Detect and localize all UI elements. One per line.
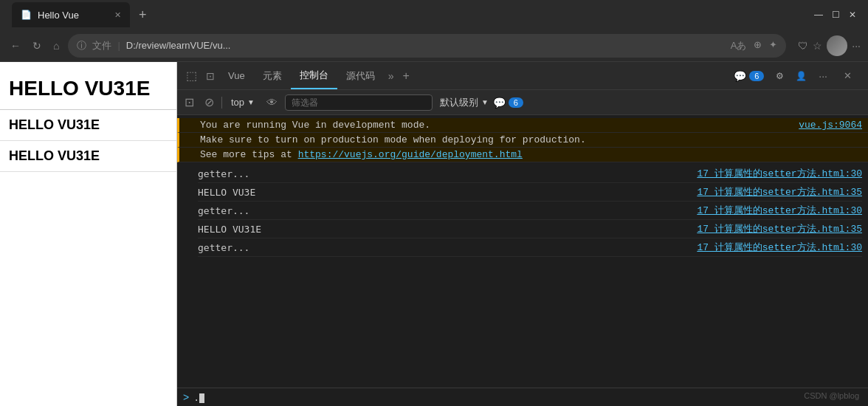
devtools-more-tabs-button[interactable]: » (384, 64, 399, 88)
favorites-icon[interactable]: ☆ (813, 40, 822, 52)
minimize-button[interactable]: — (814, 10, 823, 20)
console-prompt-icon: > (183, 391, 189, 403)
tab-vue[interactable]: Vue (219, 64, 254, 87)
info-icon: ⓘ (77, 39, 86, 52)
shield-icon[interactable]: 🛡 (798, 40, 808, 52)
devtools-messages-button[interactable]: 💬 6 (729, 67, 768, 85)
browser-action-buttons: 🛡 ☆ ··· (798, 35, 861, 56)
url-text: D:/review/learnVUE/vu... (126, 40, 231, 51)
back-button[interactable]: ← (7, 37, 24, 55)
devtools-responsive-icon[interactable]: ⊡ (202, 70, 219, 82)
log-link-2[interactable]: 17 计算属性的setter方法.html:35 (697, 185, 862, 199)
console-message-1: You are running Vue in development mode.… (177, 118, 868, 133)
devtools-add-tab-button[interactable]: + (398, 63, 413, 89)
tab-group: 📄 Hello Vue ✕ + (12, 2, 147, 27)
more-options-icon[interactable]: ··· (852, 40, 861, 52)
address-bar: ← ↻ ⌂ ⓘ 文件 | D:/review/learnVUE/vu... Aあ… (0, 30, 868, 62)
title-bar: 📄 Hello Vue ✕ + — ☐ ✕ (0, 0, 868, 30)
log-text-5: getter... (198, 242, 249, 253)
page-heading: HELLO VU31E (0, 62, 176, 110)
log-link-3[interactable]: 17 计算属性的setter方法.html:30 (697, 204, 862, 217)
log-entry-4: HELLO VU31E 17 计算属性的setter方法.html:35 (198, 220, 862, 238)
devtools-panel: ⬚ ⊡ Vue 元素 控制台 源代码 » + 💬 6 ⚙ 👤 ··· ✕ ⊡ (177, 62, 868, 406)
font-size-icon[interactable]: Aあ (731, 39, 747, 52)
console-toolbar: ⊡ ⊘ top ▼ 👁 默认级别 ▼ 💬 6 (177, 90, 868, 115)
log-text-2: HELLO VU3E (198, 187, 255, 198)
message-text-2: Make sure to turn on production mode whe… (200, 134, 862, 145)
tab-close-button[interactable]: ✕ (114, 10, 121, 20)
log-link-5[interactable]: 17 计算属性的setter方法.html:30 (697, 241, 862, 254)
profile-avatar[interactable] (827, 35, 847, 56)
message-count-badge: 6 (749, 71, 764, 81)
message-link-1[interactable]: vue.js:9064 (799, 120, 862, 131)
devtools-action-buttons: 💬 6 ⚙ 👤 ··· ✕ (729, 64, 861, 87)
cursor-blink (199, 393, 204, 403)
refresh-button[interactable]: ↻ (30, 37, 44, 55)
eye-filter-icon[interactable]: 👁 (264, 93, 280, 111)
deployment-link[interactable]: https://vuejs.org/guide/deployment.html (298, 149, 523, 160)
context-label: top (231, 97, 244, 108)
log-entry-2: HELLO VU3E 17 计算属性的setter方法.html:35 (198, 183, 862, 202)
tab-console[interactable]: 控制台 (291, 63, 337, 89)
log-text-3: getter... (198, 205, 249, 216)
console-message-2: Make sure to turn on production mode whe… (177, 133, 868, 148)
new-tab-button[interactable]: + (139, 7, 147, 23)
browser-chrome: 📄 Hello Vue ✕ + — ☐ ✕ ← ↻ ⌂ ⓘ 文件 | D:/re… (0, 0, 868, 62)
close-window-button[interactable]: ✕ (849, 10, 856, 20)
tab-sources[interactable]: 源代码 (337, 63, 384, 89)
page-item-2: HELLO VU31E (0, 141, 176, 172)
log-level-selector[interactable]: 默认级别 ▼ (440, 96, 489, 109)
context-arrow-icon: ▼ (247, 98, 255, 106)
block-icon[interactable]: ⊘ (202, 92, 217, 112)
active-tab[interactable]: 📄 Hello Vue ✕ (12, 2, 130, 27)
protocol-label: 文件 (92, 39, 111, 52)
level-label: 默认级别 (440, 96, 478, 109)
home-button[interactable]: ⌂ (50, 37, 62, 55)
message-text-3: See more tips at https://vuejs.org/guide… (200, 149, 862, 160)
address-input[interactable]: ⓘ 文件 | D:/review/learnVUE/vu... Aあ ⊕ ✦ (68, 34, 786, 58)
tab-elements[interactable]: 元素 (254, 63, 291, 89)
log-text-1: getter... (198, 168, 249, 179)
devtools-close-button[interactable]: ✕ (835, 64, 861, 87)
toolbar-divider (221, 97, 222, 109)
watermark: CSDN @lpblog (804, 391, 859, 400)
console-message-3: See more tips at https://vuejs.org/guide… (177, 148, 868, 162)
main-area: HELLO VU31E HELLO VU31E HELLO VU31E ⬚ ⊡ … (0, 62, 868, 406)
log-link-4[interactable]: 17 计算属性的setter方法.html:35 (697, 222, 862, 235)
log-text-4: HELLO VU31E (198, 224, 261, 235)
add-favorite-icon[interactable]: ✦ (769, 39, 777, 52)
log-entry-5: getter... 17 计算属性的setter方法.html:30 (198, 238, 862, 257)
log-entry-3: getter... 17 计算属性的setter方法.html:30 (198, 202, 862, 220)
log-entries: getter... 17 计算属性的setter方法.html:30 HELLO… (177, 162, 868, 259)
toolbar-badge: 6 (509, 97, 523, 108)
window-controls: — ☐ ✕ (814, 10, 862, 20)
console-input-field[interactable]: . (193, 392, 204, 403)
log-link-1[interactable]: 17 计算属性的setter方法.html:30 (697, 167, 862, 180)
translate-icon[interactable]: ⊕ (754, 39, 762, 52)
console-input-row: > . (177, 388, 868, 406)
tab-title: Hello Vue (38, 10, 108, 21)
devtools-inspect-icon[interactable]: ⬚ (182, 69, 202, 83)
log-entry-1: getter... 17 计算属性的setter方法.html:30 (198, 165, 862, 183)
tab-page-icon: 📄 (21, 10, 32, 20)
devtools-settings-button[interactable]: ⚙ (771, 68, 788, 84)
page-item-1: HELLO VU31E (0, 110, 176, 141)
message-icon-small: 💬 (493, 97, 506, 109)
filter-input[interactable] (285, 94, 433, 111)
maximize-button[interactable]: ☐ (832, 10, 840, 20)
message-icon: 💬 (734, 70, 746, 82)
level-arrow-icon: ▼ (481, 98, 489, 106)
url-separator: | (117, 40, 120, 51)
address-action-icons: Aあ ⊕ ✦ (731, 39, 778, 52)
console-output: You are running Vue in development mode.… (177, 115, 868, 388)
context-selector[interactable]: top ▼ (227, 95, 259, 109)
devtools-tab-bar: ⬚ ⊡ Vue 元素 控制台 源代码 » + 💬 6 ⚙ 👤 ··· ✕ (177, 62, 868, 90)
devtools-overflow-button[interactable]: ··· (814, 67, 832, 85)
page-content: HELLO VU31E HELLO VU31E HELLO VU31E (0, 62, 177, 406)
message-text-1: You are running Vue in development mode. (200, 120, 799, 131)
clear-console-button[interactable]: ⊡ (182, 92, 197, 112)
message-count-display: 💬 6 (493, 97, 523, 109)
devtools-profile-button[interactable]: 👤 (791, 68, 811, 84)
